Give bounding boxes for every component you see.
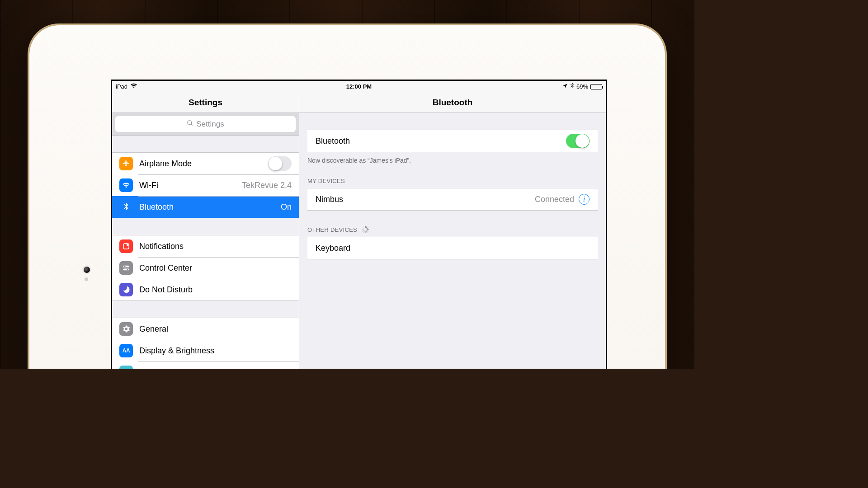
wifi-icon xyxy=(130,83,137,90)
search-container: Settings xyxy=(112,113,299,136)
sidebar-item-label: Display & Brightness xyxy=(139,346,214,356)
other-devices-header: OTHER DEVICES xyxy=(299,226,606,237)
clock: 12:00 PM xyxy=(346,83,372,90)
device-info-button[interactable]: i xyxy=(579,194,590,205)
wifi-settings-icon xyxy=(119,178,133,192)
search-icon xyxy=(187,120,193,129)
battery-icon xyxy=(590,84,602,89)
svg-point-7 xyxy=(127,269,128,270)
sidebar-item-label: Wi-Fi xyxy=(139,181,158,190)
bluetooth-toggle-label: Bluetooth xyxy=(316,136,350,146)
discoverable-note: Now discoverable as “James's iPad”. xyxy=(299,152,606,164)
sidebar-item-label: Do Not Disturb xyxy=(139,285,193,295)
device-label: iPad xyxy=(116,83,127,90)
wifi-network-value: TekRevue 2.4 xyxy=(242,181,292,190)
sidebar-item-control-center[interactable]: Control Center xyxy=(112,257,299,279)
bluetooth-state-value: On xyxy=(281,202,292,212)
sidebar-title: Settings xyxy=(112,92,299,113)
bluetooth-toggle-row: Bluetooth xyxy=(307,130,598,152)
front-camera xyxy=(84,267,90,273)
airplane-mode-toggle[interactable] xyxy=(268,156,292,171)
wallpaper-icon xyxy=(119,366,133,369)
moon-icon xyxy=(119,283,133,296)
device-name: Keyboard xyxy=(316,244,350,253)
battery-percentage: 69% xyxy=(576,83,588,90)
device-row-keyboard[interactable]: Keyboard xyxy=(307,237,598,259)
notifications-icon xyxy=(119,239,133,253)
bluetooth-status-icon xyxy=(570,83,574,90)
device-row-nimbus[interactable]: Nimbus Connected i xyxy=(307,188,598,210)
svg-point-6 xyxy=(124,266,126,267)
my-devices-header: MY DEVICES xyxy=(299,178,606,188)
sidebar-item-label: Wallpaper xyxy=(139,368,175,369)
device-name: Nimbus xyxy=(316,195,343,204)
svg-line-1 xyxy=(191,124,193,125)
sidebar-item-display-brightness[interactable]: AA Display & Brightness xyxy=(112,340,299,361)
sidebar-item-label: Notifications xyxy=(139,242,184,251)
svg-point-3 xyxy=(127,244,129,246)
display-icon: AA xyxy=(119,344,133,357)
location-icon xyxy=(562,83,568,90)
bluetooth-icon xyxy=(119,200,133,214)
sidebar-item-label: Airplane Mode xyxy=(139,159,192,169)
control-center-icon xyxy=(119,261,133,275)
sidebar-item-general[interactable]: General xyxy=(112,318,299,340)
svg-rect-4 xyxy=(123,266,129,267)
sidebar-item-bluetooth[interactable]: Bluetooth On xyxy=(112,196,299,218)
sidebar-item-airplane-mode[interactable]: Airplane Mode xyxy=(112,153,299,174)
gear-icon xyxy=(119,322,133,336)
airplane-icon xyxy=(119,157,133,170)
ipad-screen: iPad 12:00 PM 69% Settings xyxy=(111,80,607,369)
sidebar-item-notifications[interactable]: Notifications xyxy=(112,235,299,257)
svg-point-0 xyxy=(188,120,192,124)
device-status: Connected xyxy=(535,195,574,204)
sidebar-item-wallpaper[interactable]: Wallpaper xyxy=(112,361,299,369)
search-placeholder: Settings xyxy=(196,120,224,129)
bluetooth-toggle[interactable] xyxy=(566,134,590,148)
sidebar-item-label: Control Center xyxy=(139,263,192,273)
svg-rect-5 xyxy=(123,269,129,271)
status-bar: iPad 12:00 PM 69% xyxy=(112,81,606,92)
detail-title: Bluetooth xyxy=(299,92,606,113)
ipad-hardware-frame: iPad 12:00 PM 69% Settings xyxy=(29,25,665,369)
sidebar-item-do-not-disturb[interactable]: Do Not Disturb xyxy=(112,279,299,300)
detail-pane: Bluetooth Bluetooth Now discoverable as … xyxy=(299,92,606,369)
search-input[interactable]: Settings xyxy=(115,116,296,132)
settings-sidebar: Settings Settings Airp xyxy=(112,92,299,369)
sidebar-item-wifi[interactable]: Wi-Fi TekRevue 2.4 xyxy=(112,174,299,196)
sidebar-item-label: Bluetooth xyxy=(139,202,174,212)
spinner-icon xyxy=(362,226,369,233)
sidebar-item-label: General xyxy=(139,324,168,334)
